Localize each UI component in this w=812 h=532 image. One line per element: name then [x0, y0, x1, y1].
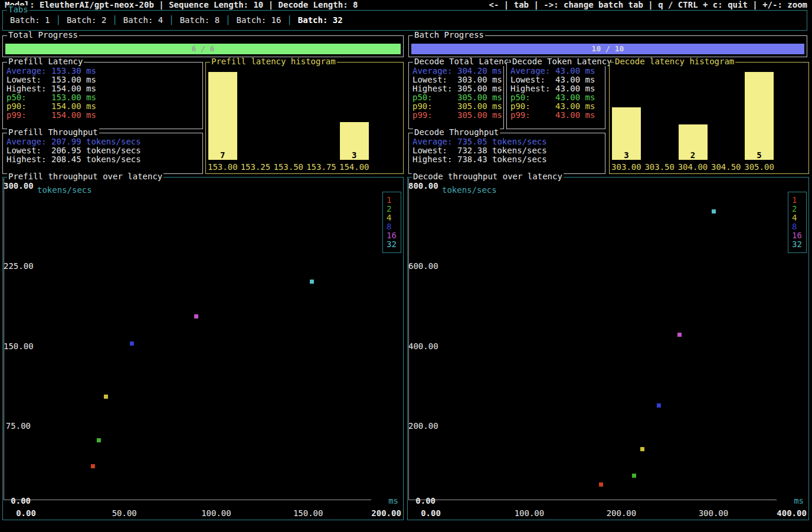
legend-entry-16: 16: [383, 231, 401, 240]
stat-value: 206.95 tokens/secs: [51, 146, 141, 155]
bar-count-label: 3: [340, 151, 369, 160]
legend-entry-16: 16: [788, 231, 806, 240]
x-tick-label: 0.00: [421, 509, 441, 518]
x-tick-label: 50.00: [112, 509, 137, 518]
stat-row: Highest:208.45 tokens/secs: [6, 155, 201, 164]
stat-label: Lowest:: [412, 146, 457, 155]
stat-row: Highest:154.00 ms: [6, 84, 201, 93]
prefill-throughput-panel: Prefill Throughput Average:207.99 tokens…: [2, 133, 203, 174]
stat-value: 154.00 ms: [51, 111, 96, 120]
stat-label: Average:: [6, 137, 51, 146]
scatter-point-batch-2: [632, 474, 636, 478]
stat-value: 738.43 tokens/secs: [457, 155, 547, 164]
stat-value: 153.00 ms: [51, 75, 96, 84]
tab-batch-2[interactable]: Batch: 2: [67, 16, 106, 25]
stat-value: 304.20 ms: [457, 67, 502, 75]
bar-count-label: 7: [208, 151, 237, 160]
stat-label: p99:: [510, 111, 555, 120]
stat-label: p99:: [412, 111, 457, 120]
decode-token-latency-title: Decode Token Latency: [511, 57, 613, 66]
tab-batch-4[interactable]: Batch: 4: [123, 16, 163, 25]
stat-row: p50:43.00 ms: [510, 93, 604, 102]
tab-batch-8[interactable]: Batch: 8: [180, 16, 220, 25]
decode-throughput-title: Decode Throughput: [413, 128, 500, 137]
x-tick-label: 200.00: [371, 509, 401, 518]
x-axis-line: [408, 500, 777, 500]
stat-row: Highest:43.00 ms: [510, 84, 604, 93]
decode-throughput-stats: Average:735.05 tokens/secsLowest:732.38 …: [412, 137, 604, 164]
stat-row: Average:43.00 ms: [510, 67, 604, 75]
tab-batch-1[interactable]: Batch: 1: [10, 16, 50, 25]
prefill-latency-histogram-panel: Prefill latency histogram 7153.00153.251…: [205, 62, 404, 174]
tab-separator: │: [169, 16, 173, 25]
tab-separator: │: [225, 16, 230, 25]
scatter-point-batch-32: [712, 209, 716, 214]
y-axis-unit-label: tokens/secs: [442, 186, 497, 195]
y-tick-label: 75.00: [4, 422, 31, 431]
stat-label: Highest:: [412, 84, 457, 93]
stat-row: Average:153.30 ms: [6, 67, 201, 75]
stat-value: 153.30 ms: [51, 67, 96, 75]
x-tick-label: 150.00: [293, 509, 323, 518]
stat-label: Average:: [510, 67, 555, 75]
stat-value: 154.00 ms: [51, 102, 96, 111]
legend-box: 12481632: [788, 192, 807, 253]
y-tick-label: 800.00: [408, 182, 436, 191]
stat-label: p50:: [412, 93, 457, 102]
decode-scatter-panel: Decode throughput over latency 0.00200.0…: [407, 177, 809, 520]
histogram-x-tick: 303.00: [611, 163, 641, 172]
x-tick-label: 100.00: [515, 509, 545, 518]
histogram-bar: 3: [340, 122, 369, 160]
stat-value: 305.00 ms: [457, 111, 502, 120]
stat-label: p90:: [412, 102, 457, 111]
decode-latency-histogram: 3303.00303.502304.00304.505305.00: [610, 63, 808, 173]
stat-value: 43.00 ms: [555, 111, 595, 120]
stat-value: 735.05 tokens/secs: [457, 137, 547, 146]
legend-entry-1: 1: [383, 196, 401, 205]
stat-label: Lowest:: [510, 75, 555, 84]
histogram-bar: 5: [745, 72, 774, 160]
prefill-latency-stats: Average:153.30 msLowest:153.00 msHighest…: [6, 67, 201, 120]
tab-batch-32[interactable]: Batch: 32: [298, 16, 343, 25]
stat-label: Highest:: [510, 84, 555, 93]
stat-value: 43.00 ms: [555, 84, 595, 93]
stat-value: 305.00 ms: [457, 93, 502, 102]
x-tick-label: 400.00: [777, 509, 807, 518]
histogram-x-tick: 304.00: [678, 163, 708, 172]
stat-row: p90:154.00 ms: [6, 102, 201, 111]
prefill-throughput-title: Prefill Throughput: [7, 128, 99, 137]
legend-entry-2: 2: [383, 205, 401, 214]
prefill-throughput-stats: Average:207.99 tokens/secsLowest:206.95 …: [6, 137, 201, 164]
scatter-point-batch-1: [91, 464, 95, 468]
stat-value: 732.38 tokens/secs: [457, 146, 547, 155]
stat-label: Highest:: [412, 155, 457, 164]
tabs-panel-title: Tabs: [7, 5, 30, 14]
stat-row: p90:43.00 ms: [510, 102, 604, 111]
histogram-x-tick: 304.50: [711, 163, 741, 172]
stat-label: Average:: [412, 67, 457, 75]
stat-value: 153.00 ms: [51, 93, 96, 102]
bar-count-label: 2: [679, 151, 708, 160]
stat-row: Average:735.05 tokens/secs: [412, 137, 604, 146]
batch-progress-bar: 10 / 10: [411, 44, 804, 54]
x-axis-unit-label: ms: [388, 497, 398, 505]
stat-row: Lowest:153.00 ms: [6, 75, 201, 84]
batch-tab-strip: Batch: 1│Batch: 2│Batch: 4│Batch: 8│Batc…: [10, 16, 343, 25]
stat-value: 305.00 ms: [457, 84, 502, 93]
legend-entry-8: 8: [383, 222, 401, 231]
stat-value: 207.99 tokens/secs: [51, 137, 141, 146]
tab-batch-16[interactable]: Batch: 16: [237, 16, 281, 25]
scatter-point-batch-16: [194, 314, 198, 318]
stat-value: 208.45 tokens/secs: [51, 155, 141, 164]
total-progress-panel: Total Progress 6 / 6: [2, 35, 404, 57]
scatter-point-batch-4: [104, 395, 108, 399]
scatter-point-batch-1: [599, 482, 603, 487]
stat-label: p90:: [6, 102, 51, 111]
decode-total-latency-stats: Average:304.20 msLowest:303.00 msHighest…: [412, 67, 502, 120]
stat-label: p99:: [6, 111, 51, 120]
prefill-latency-title: Prefill Latency: [7, 57, 84, 66]
stat-label: Lowest:: [412, 75, 457, 84]
stat-row: Lowest:43.00 ms: [510, 75, 604, 84]
stat-label: p50:: [510, 93, 555, 102]
histogram-x-tick: 153.50: [273, 163, 303, 172]
